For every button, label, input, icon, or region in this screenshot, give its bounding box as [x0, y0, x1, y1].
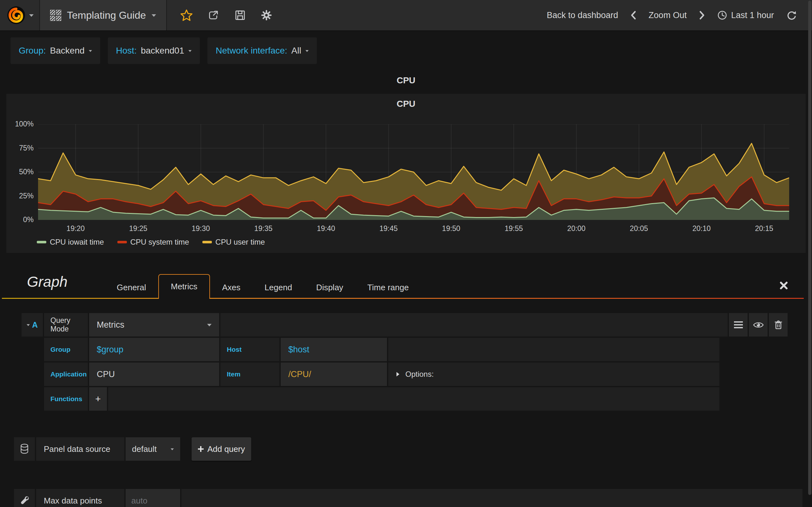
- dashboard-grid-icon: [50, 10, 61, 21]
- tab-time-range[interactable]: Time range: [355, 276, 421, 299]
- legend-item[interactable]: CPU user time: [202, 238, 265, 246]
- settings-button[interactable]: [261, 9, 272, 21]
- menu-icon: [734, 321, 743, 328]
- options-toggle[interactable]: Options:: [388, 362, 719, 386]
- query-ref-toggle[interactable]: A: [21, 313, 43, 337]
- wrench-icon: [19, 496, 30, 506]
- legend-item[interactable]: CPU iowait time: [37, 238, 104, 246]
- star-icon: [180, 9, 193, 21]
- x-axis-label: 19:35: [248, 224, 278, 233]
- tab-general[interactable]: General: [105, 276, 158, 299]
- tab-legend[interactable]: Legend: [252, 276, 304, 299]
- gear-icon: [261, 9, 272, 21]
- variable-host-dropdown[interactable]: Host: backend01: [108, 38, 200, 64]
- chevron-down-icon: [29, 14, 34, 19]
- panel-editor-header: Graph General Metrics Axes Legend Displa…: [0, 269, 812, 299]
- y-axis-label: 100%: [8, 120, 34, 128]
- query-toggle-visibility-button[interactable]: [749, 313, 768, 337]
- legend-item[interactable]: CPU system time: [117, 238, 189, 246]
- editor-tabs: General Metrics Axes Legend Display Time…: [105, 274, 421, 299]
- fullscreen-panel-title: CPU: [0, 75, 812, 86]
- share-icon: [207, 9, 219, 21]
- cpu-chart-svg[interactable]: [38, 124, 789, 220]
- dashboard-title-menu[interactable]: Templating Guide: [39, 0, 167, 31]
- time-shift-right-button[interactable]: [699, 10, 705, 20]
- application-value: CPU: [97, 370, 115, 379]
- query-row-filler: [388, 338, 719, 361]
- scrollbar[interactable]: [808, 1, 811, 495]
- query-menu-button[interactable]: [729, 313, 748, 337]
- x-axis-label: 19:45: [374, 224, 403, 233]
- x-axis-label: 20:15: [749, 224, 779, 233]
- tab-metrics[interactable]: Metrics: [158, 274, 210, 299]
- panel-type-title: Graph: [27, 273, 67, 290]
- host-input[interactable]: $host: [281, 338, 387, 361]
- template-variables-row: Group: Backend Host: backend01 Network i…: [10, 38, 317, 64]
- eye-icon: [753, 321, 764, 329]
- add-function-button[interactable]: +: [89, 387, 107, 411]
- variable-network-interface-dropdown[interactable]: Network interface: All: [207, 38, 317, 64]
- x-axis-label: 20:10: [687, 224, 716, 233]
- chevron-down-icon: [89, 50, 92, 54]
- variable-group-dropdown[interactable]: Group: Backend: [10, 38, 100, 64]
- x-axis-label: 19:55: [499, 224, 529, 233]
- application-input[interactable]: CPU: [89, 362, 219, 386]
- legend-swatch-icon: [117, 241, 127, 243]
- star-button[interactable]: [180, 9, 193, 21]
- item-input[interactable]: /CPU/: [281, 362, 387, 386]
- x-axis-label: 19:30: [186, 224, 216, 233]
- refresh-button[interactable]: [786, 10, 797, 20]
- add-query-button[interactable]: Add query: [192, 437, 251, 461]
- group-input[interactable]: $group: [89, 338, 219, 361]
- legend-label: CPU system time: [131, 238, 189, 246]
- time-shift-left-button[interactable]: [630, 10, 637, 20]
- query-row-application-item: Application CPU Item /CPU/ Options:: [44, 362, 719, 386]
- share-button[interactable]: [207, 9, 219, 21]
- x-axis-label: 19:25: [123, 224, 153, 233]
- panel-title[interactable]: CPU: [6, 99, 806, 109]
- zoom-out-button[interactable]: Zoom Out: [649, 10, 687, 20]
- datasource-dropdown[interactable]: default: [125, 437, 180, 461]
- query-ref-letter: A: [32, 320, 38, 330]
- y-axis-label: 25%: [8, 192, 34, 200]
- legend-swatch-icon: [37, 241, 46, 243]
- x-axis-label: 19:50: [436, 224, 466, 233]
- x-axis-label: 19:20: [61, 224, 90, 233]
- tab-display[interactable]: Display: [304, 276, 355, 299]
- time-range-label: Last 1 hour: [731, 10, 774, 20]
- legend-label: CPU user time: [215, 238, 265, 246]
- max-data-points-label: Max data points: [36, 489, 124, 507]
- max-data-points-row: Max data points auto: [14, 489, 803, 507]
- item-value: /CPU/: [288, 370, 311, 379]
- chevron-down-icon: [27, 324, 30, 328]
- chevron-down-icon: [207, 324, 212, 329]
- max-data-points-input[interactable]: auto: [125, 489, 180, 507]
- query-mode-dropdown[interactable]: Metrics: [89, 313, 219, 337]
- navbar: Templating Guide: [0, 0, 812, 31]
- variable-value: Backend: [50, 46, 85, 56]
- save-button[interactable]: [234, 9, 246, 21]
- y-axis-label: 50%: [8, 168, 34, 176]
- add-query-label: Add query: [207, 444, 245, 454]
- query-delete-button[interactable]: [769, 313, 788, 337]
- variable-label: Host:: [116, 46, 137, 56]
- x-axis-label: 20:05: [624, 224, 654, 233]
- time-picker-button[interactable]: Last 1 hour: [717, 10, 774, 20]
- chevron-right-icon: [699, 10, 705, 20]
- wrench-cell: [14, 489, 35, 507]
- footer-filler: [182, 489, 803, 507]
- refresh-icon: [786, 10, 797, 20]
- group-value: $group: [97, 345, 123, 354]
- query-row-filler: [220, 313, 728, 337]
- close-editor-button[interactable]: [779, 281, 789, 291]
- variable-label: Network interface:: [216, 46, 287, 56]
- cpu-panel: CPU CPU iowait timeCPU system timeCPU us…: [6, 94, 806, 253]
- x-axis-label: 19:40: [311, 224, 341, 233]
- chevron-down-icon: [171, 448, 174, 452]
- application-label: Application: [44, 362, 88, 386]
- tab-axes[interactable]: Axes: [210, 276, 252, 299]
- back-to-dashboard-button[interactable]: Back to dashboard: [547, 10, 618, 20]
- dashboard-title: Templating Guide: [67, 9, 146, 21]
- query-row-group-host: Group $group Host $host: [44, 338, 719, 361]
- grafana-menu[interactable]: [0, 0, 39, 31]
